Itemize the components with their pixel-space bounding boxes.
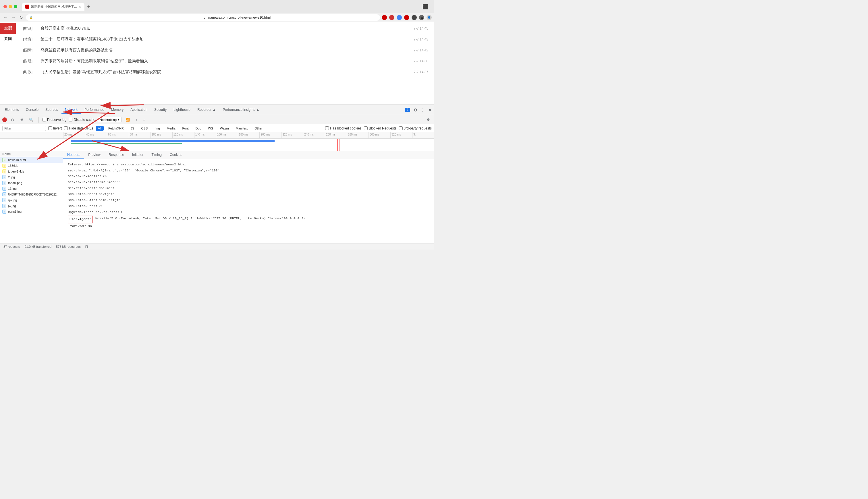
- file-name: qw.jpg: [8, 198, 17, 202]
- timeline-ruler: 20 ms 40 ms 60 ms 80 ms 100 ms 120 ms 14…: [0, 132, 434, 139]
- hide-data-urls-text: Hide data URLs: [69, 126, 93, 130]
- filter-all[interactable]: All: [96, 126, 104, 131]
- chrome-icon: [382, 15, 387, 20]
- preserve-log-label[interactable]: Preserve log: [42, 118, 67, 122]
- filter-font[interactable]: Font: [180, 126, 191, 131]
- file-item-2[interactable]: j jquery1.4.js: [0, 169, 63, 174]
- filter-button[interactable]: ⚟: [19, 117, 25, 122]
- filter-css[interactable]: CSS: [139, 126, 150, 131]
- file-item-7[interactable]: i qw.jpg: [0, 197, 63, 203]
- reload-button[interactable]: ↻: [19, 15, 24, 20]
- filter-doc[interactable]: Doc: [193, 126, 204, 131]
- search-button[interactable]: 🔍: [27, 117, 35, 122]
- tab-recorder[interactable]: Recorder ▲: [194, 106, 219, 114]
- request-tab-preview[interactable]: Preview: [84, 151, 105, 159]
- header-name: Sec-Fetch-Mode:: [68, 191, 98, 197]
- minimize-button[interactable]: [9, 5, 12, 8]
- filter-wasm[interactable]: Wasm: [218, 126, 231, 131]
- filter-media[interactable]: Media: [165, 126, 178, 131]
- filter-img[interactable]: Img: [152, 126, 162, 131]
- throttle-chevron-icon: ▾: [118, 118, 120, 121]
- has-blocked-cookies-checkbox[interactable]: [325, 126, 329, 130]
- disable-cache-checkbox[interactable]: [69, 118, 72, 121]
- invert-checkbox[interactable]: [48, 126, 52, 130]
- tab-security[interactable]: Security: [151, 106, 170, 114]
- blocked-requests-checkbox[interactable]: [364, 126, 367, 130]
- file-item-1[interactable]: j 1636.js: [0, 163, 63, 169]
- back-button[interactable]: ←: [2, 15, 9, 20]
- extensions-button[interactable]: ⊞: [419, 15, 424, 20]
- has-blocked-cookies-label[interactable]: Has blocked cookies: [325, 126, 362, 130]
- filter-ws[interactable]: WS: [206, 126, 215, 131]
- news-title[interactable]: 乌克兰官员承认有西方提供的武器被出售: [40, 48, 409, 53]
- ext-icon-4: [412, 15, 417, 20]
- hide-data-urls-label[interactable]: Hide data URLs: [64, 126, 93, 130]
- tab-sources[interactable]: Sources: [42, 106, 61, 114]
- wifi-icon[interactable]: 📶: [124, 117, 132, 122]
- record-button[interactable]: [2, 118, 7, 122]
- tab-application[interactable]: Application: [127, 106, 151, 114]
- user-agent-value-cont: fari/537.36: [70, 223, 92, 229]
- file-item-9[interactable]: i ecns1.jpg: [0, 209, 63, 215]
- filter-input[interactable]: [2, 126, 46, 131]
- file-item-8[interactable]: i jw.jpg: [0, 203, 63, 209]
- news-title[interactable]: 兴齐眼药闪崩背后：阿托品滴眼液销售"钻空子"，搅局者涌入: [40, 59, 409, 64]
- news-time: 7-7 14:43: [414, 37, 428, 41]
- settings-icon[interactable]: ⚙: [412, 107, 419, 113]
- third-party-requests-label[interactable]: 3rd-party requests: [399, 126, 432, 130]
- import-icon[interactable]: ↑: [134, 117, 139, 122]
- tab-close-icon[interactable]: ✕: [79, 5, 81, 8]
- close-button[interactable]: [3, 5, 7, 8]
- news-title[interactable]: 台股开高走高 收涨350.76点: [40, 26, 409, 31]
- file-item-3[interactable]: i 2.jpg: [0, 174, 63, 180]
- request-tab-timing[interactable]: Timing: [147, 151, 166, 159]
- preserve-log-checkbox[interactable]: [42, 118, 46, 121]
- file-name: 11.jpg: [8, 187, 17, 190]
- all-btn[interactable]: 全部: [0, 23, 16, 34]
- request-tab-cookies[interactable]: Cookies: [166, 151, 186, 159]
- user-agent-value: Mozilla/5.0 (Macintosh; Intel Mac OS X 1…: [95, 216, 305, 223]
- mark-220: 220 ms: [281, 132, 303, 138]
- file-item-6[interactable]: i U435P4T47D49950F980DT20220322164751.jp…: [0, 192, 63, 197]
- export-icon[interactable]: ↓: [141, 117, 146, 122]
- news-title[interactable]: （人民幸福生活）发扬"马锡五审判方式" 吉林法官将调解移至农家院: [40, 70, 409, 75]
- active-tab[interactable]: 滚动新闻-中国新闻网-梳理天下... ✕: [22, 3, 84, 11]
- maximize-button[interactable]: [14, 5, 17, 8]
- filter-js[interactable]: JS: [129, 126, 137, 131]
- important-btn[interactable]: 要闻: [0, 34, 16, 44]
- file-item-4[interactable]: i toparr.png: [0, 180, 63, 186]
- news-title[interactable]: 第二十一届环湖赛：赛事总距离约1488千米 21支车队参加: [40, 37, 409, 42]
- request-tab-initiator[interactable]: Initiator: [128, 151, 147, 159]
- file-item-0[interactable]: h news10.html: [0, 157, 63, 163]
- address-input[interactable]: 🔒 chinanews.com.cn/scroll-news/news10.ht…: [26, 14, 380, 21]
- request-tab-response[interactable]: Response: [105, 151, 128, 159]
- throttle-dropdown[interactable]: No throttling ▾: [98, 117, 121, 122]
- tab-lighthouse[interactable]: Lighthouse: [170, 106, 194, 114]
- tab-elements[interactable]: Elements: [1, 106, 22, 114]
- window-minimize-icon[interactable]: ⬛: [422, 4, 428, 10]
- tab-console[interactable]: Console: [22, 106, 42, 114]
- header-value: ?1: [99, 203, 103, 209]
- file-item-5[interactable]: i 11.jpg: [0, 186, 63, 192]
- third-party-requests-checkbox[interactable]: [399, 126, 403, 130]
- tab-memory[interactable]: Memory: [108, 106, 127, 114]
- new-tab-button[interactable]: +: [84, 2, 93, 11]
- filter-fetchxhr[interactable]: Fetch/XHR: [106, 126, 126, 131]
- disable-cache-label[interactable]: Disable cache: [69, 118, 95, 122]
- request-tab-headers[interactable]: Headers: [63, 151, 84, 159]
- settings-network-icon[interactable]: ⚙: [425, 117, 432, 122]
- tab-network[interactable]: Network: [61, 106, 81, 114]
- forward-button[interactable]: →: [10, 15, 17, 20]
- window-controls: ⬛: [422, 4, 431, 10]
- more-options-icon[interactable]: ⋮: [420, 107, 426, 113]
- hide-data-urls-checkbox[interactable]: [64, 126, 68, 130]
- blocked-requests-label[interactable]: Blocked Requests: [364, 126, 397, 130]
- clear-button[interactable]: ⊘: [9, 117, 16, 123]
- filter-other[interactable]: Other: [252, 126, 265, 131]
- tab-performance-insights[interactable]: Performance insights ▲: [219, 106, 263, 114]
- tab-performance[interactable]: Performance: [81, 106, 108, 114]
- devtools-close-icon[interactable]: ✕: [427, 107, 433, 113]
- invert-label[interactable]: Invert: [48, 126, 62, 130]
- profile-button[interactable]: 👤: [426, 15, 432, 20]
- filter-manifest[interactable]: Manifest: [233, 126, 250, 131]
